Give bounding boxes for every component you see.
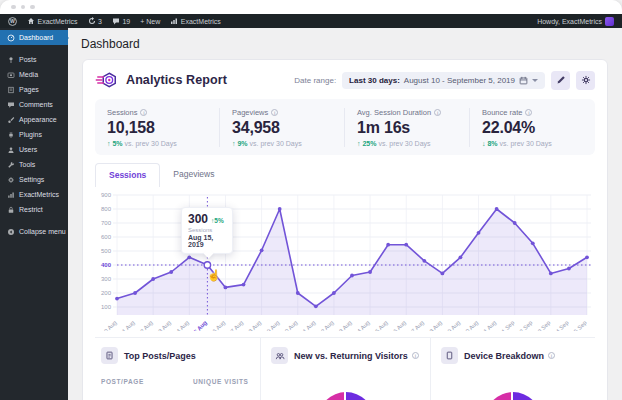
sidebar-item-restrict[interactable]: Restrict — [0, 202, 68, 217]
sidebar-item-dashboard[interactable]: Dashboard — [0, 30, 68, 45]
report-settings-button[interactable] — [576, 71, 595, 90]
svg-text:5 Sep: 5 Sep — [573, 319, 588, 331]
comment-icon — [7, 101, 15, 109]
device-pie-chart[interactable] — [485, 392, 541, 400]
info-icon[interactable]: i — [434, 109, 441, 116]
sidebar-item-pages[interactable]: Pages — [0, 82, 68, 97]
column-header: POST/PAGE — [101, 378, 193, 385]
svg-text:400: 400 — [101, 262, 112, 268]
analytics-report-panel: Analytics Report Date range: Last 30 day… — [82, 59, 608, 400]
visitors-pie-chart[interactable] — [318, 392, 374, 400]
page-icon — [7, 86, 15, 94]
stat-value: 22.04% — [482, 119, 583, 137]
info-icon[interactable]: i — [412, 352, 419, 359]
comments-count: 19 — [122, 18, 130, 25]
stat-value: 34,958 — [232, 119, 332, 137]
svg-text:2 Sep: 2 Sep — [519, 319, 534, 331]
dashboard-icon — [7, 34, 15, 42]
svg-text:31 Aug: 31 Aug — [480, 319, 497, 331]
sidebar-item-appearance[interactable]: Appearance — [0, 112, 68, 127]
report-header: Analytics Report Date range: Last 30 day… — [95, 60, 595, 99]
stat-value: 1m 16s — [357, 119, 457, 137]
svg-text:15 Aug: 15 Aug — [190, 319, 208, 331]
updates-link[interactable]: 3 — [88, 17, 102, 25]
page-title: Dashboard — [68, 28, 622, 59]
svg-text:300: 300 — [101, 276, 112, 282]
gear-icon — [7, 176, 15, 184]
date-range-picker[interactable]: Last 30 days: August 10 - September 5, 2… — [342, 72, 545, 89]
svg-text:600: 600 — [101, 234, 112, 240]
sidebar-collapse-menu[interactable]: Collapse menu — [0, 224, 68, 239]
svg-text:800: 800 — [101, 206, 112, 212]
svg-text:17 Aug: 17 Aug — [227, 319, 244, 331]
svg-text:16 Aug: 16 Aug — [209, 319, 226, 331]
sidebar-item-users[interactable]: Users — [0, 142, 68, 157]
svg-text:30 Aug: 30 Aug — [462, 319, 479, 331]
sessions-chart[interactable]: 90080070060050040030020010010 Aug11 Aug1… — [95, 189, 595, 335]
wp-admin-bar: W ExactMetrics 3 19 + New ExactMetrics H… — [0, 14, 622, 28]
site-home-link[interactable]: ExactMetrics — [27, 17, 78, 25]
wrench-icon — [7, 161, 15, 169]
svg-text:25 Aug: 25 Aug — [372, 319, 389, 331]
svg-text:500: 500 — [101, 248, 112, 254]
browser-titlebar — [0, 0, 622, 14]
info-icon[interactable]: i — [548, 352, 555, 359]
sidebar-item-posts[interactable]: Posts — [0, 52, 68, 67]
howdy-account-link[interactable]: Howdy, ExactMetrics — [537, 18, 602, 25]
svg-text:W: W — [10, 18, 15, 24]
pencil-icon — [556, 75, 566, 85]
sidebar-item-plugins[interactable]: Plugins — [0, 127, 68, 142]
stat-bounce-rate: Bounce ratei 22.04% ↓ 8% vs. prev 30 Day… — [470, 108, 595, 147]
content-area: Dashboard Analytics Report Date range: L… — [68, 28, 622, 400]
chart-tooltip: 300 ↑5% Sessions Aug 15, 2019 — [181, 207, 233, 254]
svg-text:23 Aug: 23 Aug — [336, 319, 353, 331]
info-icon[interactable]: i — [140, 109, 147, 116]
svg-text:200: 200 — [101, 290, 112, 296]
wp-sidebar: Dashboard Posts Media Pages Comments A — [0, 28, 68, 400]
svg-text:24 Aug: 24 Aug — [354, 319, 371, 331]
date-range-label: Date range: — [294, 76, 336, 85]
info-icon[interactable]: i — [525, 109, 532, 116]
window-dot[interactable] — [30, 5, 35, 10]
exactmetrics-toolbar-link[interactable]: ExactMetrics — [170, 17, 221, 25]
sidebar-item-comments[interactable]: Comments — [0, 97, 68, 112]
browser-window: W ExactMetrics 3 19 + New ExactMetrics H… — [0, 0, 622, 400]
card-title: Device Breakdowni — [464, 351, 555, 361]
window-dot[interactable] — [21, 5, 26, 10]
stat-session-duration: Avg. Session Durationi 1m 16s ↑ 25% vs. … — [345, 108, 470, 147]
tab-pageviews[interactable]: Pageviews — [160, 163, 227, 187]
line-chart-canvas[interactable]: 90080070060050040030020010010 Aug11 Aug1… — [95, 189, 597, 331]
svg-text:11 Aug: 11 Aug — [119, 319, 136, 331]
svg-text:1 Sep: 1 Sep — [500, 319, 515, 331]
stat-sessions: Sessionsi 10,158 ↑ 5% vs. prev 30 Days — [95, 108, 220, 147]
svg-text:29 Aug: 29 Aug — [444, 319, 461, 331]
tab-sessions[interactable]: Sessions — [95, 163, 160, 187]
sidebar-item-exactmetrics[interactable]: ExactMetrics — [0, 187, 68, 202]
report-title: Analytics Report — [126, 73, 227, 87]
wp-logo-icon[interactable]: W — [8, 17, 17, 26]
lock-icon — [7, 206, 15, 214]
updates-icon — [88, 17, 96, 25]
overview-stats: Sessionsi 10,158 ↑ 5% vs. prev 30 Days P… — [95, 99, 595, 155]
svg-text:14 Aug: 14 Aug — [173, 319, 190, 331]
sidebar-item-settings[interactable]: Settings — [0, 172, 68, 187]
avatar[interactable] — [605, 17, 614, 26]
user-icon — [7, 146, 15, 154]
svg-text:21 Aug: 21 Aug — [300, 319, 317, 331]
chart-tabs: Sessions Pageviews — [95, 163, 595, 187]
new-content-button[interactable]: + New — [140, 18, 160, 25]
comments-link[interactable]: 19 — [112, 17, 130, 25]
device-breakdown-card: Device Breakdowni — [430, 338, 595, 400]
svg-text:100: 100 — [101, 304, 112, 310]
sidebar-item-tools[interactable]: Tools — [0, 157, 68, 172]
window-dot[interactable] — [11, 5, 16, 10]
analytics-icon — [7, 191, 15, 199]
plug-icon — [7, 131, 15, 139]
info-icon[interactable]: i — [271, 109, 278, 116]
exactmetrics-logo — [95, 68, 119, 92]
svg-text:20 Aug: 20 Aug — [281, 319, 298, 331]
calendar-icon — [519, 76, 528, 85]
sidebar-item-media[interactable]: Media — [0, 67, 68, 82]
edit-report-button[interactable] — [551, 71, 570, 90]
gear-icon — [581, 75, 591, 85]
